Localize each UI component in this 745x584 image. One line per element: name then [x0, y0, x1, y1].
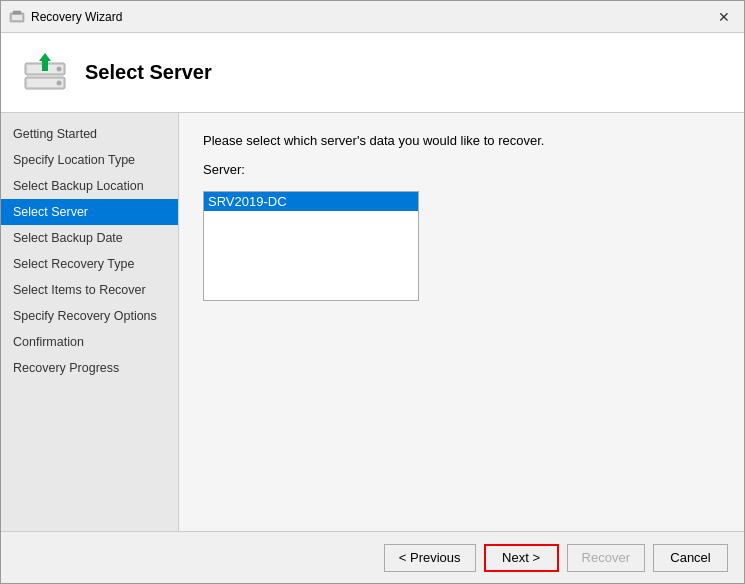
sidebar-item-select-recovery-type[interactable]: Select Recovery Type [1, 251, 178, 277]
wizard-icon [9, 9, 25, 25]
close-button[interactable]: ✕ [712, 5, 736, 29]
svg-rect-2 [13, 11, 21, 14]
wizard-header: Select Server [1, 33, 744, 113]
svg-rect-1 [12, 15, 22, 20]
sidebar-item-specify-recovery-options[interactable]: Specify Recovery Options [1, 303, 178, 329]
sidebar-item-select-backup-location[interactable]: Select Backup Location [1, 173, 178, 199]
wizard-footer: < Previous Next > Recover Cancel [1, 531, 744, 583]
server-listbox[interactable]: SRV2019-DC [203, 191, 419, 301]
svg-point-5 [57, 80, 62, 85]
sidebar-item-select-server[interactable]: Select Server [1, 199, 178, 225]
title-bar-left: Recovery Wizard [9, 9, 122, 25]
recovery-wizard-dialog: Recovery Wizard ✕ Select Server Getting … [0, 0, 745, 584]
sidebar-item-getting-started[interactable]: Getting Started [1, 121, 178, 147]
cancel-button[interactable]: Cancel [653, 544, 728, 572]
sidebar-item-confirmation[interactable]: Confirmation [1, 329, 178, 355]
previous-button[interactable]: < Previous [384, 544, 476, 572]
server-listbox-item[interactable]: SRV2019-DC [204, 192, 418, 211]
recover-button[interactable]: Recover [567, 544, 645, 572]
title-bar: Recovery Wizard ✕ [1, 1, 744, 33]
sidebar-item-recovery-progress[interactable]: Recovery Progress [1, 355, 178, 381]
main-content: Please select which server's data you wo… [179, 113, 744, 531]
sidebar: Getting Started Specify Location Type Se… [1, 113, 179, 531]
page-title: Select Server [85, 61, 212, 84]
main-description: Please select which server's data you wo… [203, 133, 720, 148]
header-icon [21, 49, 69, 97]
sidebar-item-specify-location-type[interactable]: Specify Location Type [1, 147, 178, 173]
server-label: Server: [203, 162, 720, 177]
next-button[interactable]: Next > [484, 544, 559, 572]
svg-point-8 [57, 66, 62, 71]
sidebar-item-select-backup-date[interactable]: Select Backup Date [1, 225, 178, 251]
title-bar-text: Recovery Wizard [31, 10, 122, 24]
wizard-body: Getting Started Specify Location Type Se… [1, 113, 744, 531]
sidebar-item-select-items-to-recover[interactable]: Select Items to Recover [1, 277, 178, 303]
